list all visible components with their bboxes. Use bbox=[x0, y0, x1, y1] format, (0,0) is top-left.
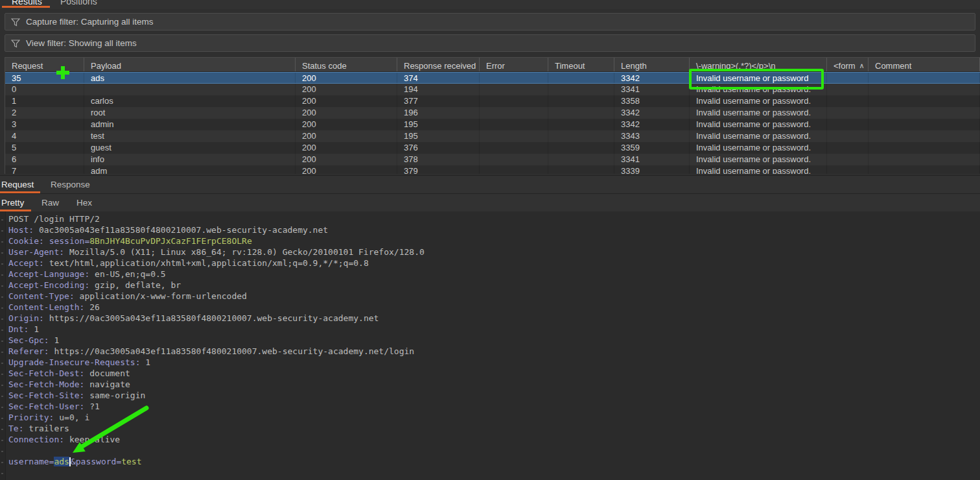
column-header[interactable]: Payload bbox=[84, 58, 296, 71]
result-cell: 200 bbox=[296, 95, 397, 107]
result-cell: 377 bbox=[397, 95, 480, 107]
result-row[interactable]: 4test2001953343Invalid username or passw… bbox=[5, 130, 980, 142]
result-cell: Invalid username or password. bbox=[690, 95, 827, 107]
capture-filter-label: Capture filter: Capturing all items bbox=[26, 17, 154, 27]
request-line: Cookie: session=8BnJHY4BcuPvDPJxCazF1FEr… bbox=[8, 236, 425, 247]
request-line: Content-Length: 26 bbox=[8, 302, 425, 313]
request-text-segment: text/html,application/xhtml+xml,applicat… bbox=[49, 258, 369, 268]
request-text-segment: Content-Type: bbox=[8, 291, 80, 301]
request-text-segment: ?1 bbox=[89, 402, 100, 411]
tab-hex[interactable]: Hex bbox=[76, 198, 92, 208]
column-header[interactable]: Response received bbox=[397, 58, 480, 71]
result-cell: 35 bbox=[5, 73, 84, 83]
result-row[interactable]: 5guest2003763359Invalid username or pass… bbox=[5, 142, 980, 154]
result-cell: Invalid username or password. bbox=[690, 154, 827, 165]
result-cell bbox=[548, 73, 614, 83]
request-text-segment: same-origin bbox=[89, 390, 145, 400]
column-header[interactable]: \-warning>(.*?)</p>\n bbox=[690, 58, 827, 71]
result-row[interactable]: 35ads2003743342Invalid username or passw… bbox=[5, 72, 980, 84]
results-table-header: RequestPayloadStatus codeResponse receiv… bbox=[5, 58, 980, 72]
result-cell bbox=[827, 154, 869, 165]
column-header[interactable]: Request bbox=[5, 58, 84, 71]
result-cell: 200 bbox=[296, 165, 397, 174]
view-filter-bar[interactable]: View filter: Showing all items bbox=[5, 34, 975, 52]
result-cell: 1 bbox=[5, 95, 84, 107]
result-cell bbox=[869, 107, 980, 119]
result-cell: 4 bbox=[5, 130, 84, 142]
result-cell bbox=[548, 142, 614, 154]
result-row[interactable]: 02001943341Invalid username or password. bbox=[5, 84, 980, 95]
column-header-label: Comment bbox=[875, 61, 911, 71]
result-cell: test bbox=[84, 130, 296, 142]
result-cell: admin bbox=[84, 119, 296, 130]
tab-pretty[interactable]: Pretty bbox=[1, 198, 24, 208]
result-row[interactable]: 2root2001963342Invalid username or passw… bbox=[5, 107, 980, 119]
result-cell bbox=[480, 165, 548, 174]
request-text-segment: u=0, i bbox=[59, 413, 89, 422]
result-cell bbox=[548, 165, 614, 174]
result-cell bbox=[548, 95, 614, 107]
column-header-label: <form bbox=[834, 61, 856, 71]
result-cell: Invalid username or password. bbox=[690, 119, 827, 130]
request-text-segment: keep-alive bbox=[69, 435, 120, 444]
column-header[interactable]: Length bbox=[614, 58, 690, 71]
result-cell: 3359 bbox=[614, 142, 690, 154]
request-line: User-Agent: Mozilla/5.0 (X11; Linux x86_… bbox=[8, 247, 425, 258]
result-cell: 3341 bbox=[614, 84, 690, 95]
column-header-label: \-warning>(.*?)</p>\n bbox=[696, 61, 775, 71]
editor-gutter bbox=[0, 211, 6, 480]
request-text-segment: document bbox=[89, 368, 130, 378]
result-row[interactable]: 3admin2001953342Invalid username or pass… bbox=[5, 119, 980, 130]
result-cell: Invalid username or password. bbox=[690, 165, 827, 174]
column-header-label: Response received bbox=[404, 61, 476, 71]
tab-positions[interactable]: Positions bbox=[60, 0, 97, 6]
column-header[interactable]: Error bbox=[480, 58, 548, 71]
request-text-segment: Host: bbox=[8, 225, 39, 235]
request-line: Connection: keep-alive bbox=[8, 435, 425, 446]
request-text-segment: test bbox=[121, 457, 141, 466]
result-cell: guest bbox=[84, 142, 296, 154]
result-cell bbox=[480, 84, 548, 95]
result-cell bbox=[548, 107, 614, 119]
column-header[interactable]: Timeout bbox=[548, 58, 614, 71]
result-cell bbox=[84, 84, 296, 95]
result-cell bbox=[869, 73, 980, 83]
result-cell: 2 bbox=[5, 107, 84, 119]
result-row[interactable]: 1carlos2003773358Invalid username or pas… bbox=[5, 95, 980, 107]
view-filter-label: View filter: Showing all items bbox=[26, 38, 137, 48]
result-cell: 5 bbox=[5, 142, 84, 154]
request-text-segment: trailers bbox=[29, 424, 69, 433]
result-cell: 3339 bbox=[614, 165, 690, 174]
tab-request[interactable]: Request bbox=[1, 180, 34, 189]
result-row[interactable]: 7adm2003793339Invalid username or passwo… bbox=[5, 165, 980, 174]
column-header[interactable]: Comment bbox=[869, 58, 980, 71]
result-cell: 200 bbox=[296, 84, 397, 95]
result-cell: Invalid username or password. bbox=[690, 142, 827, 154]
tab-response[interactable]: Response bbox=[51, 180, 90, 189]
request-line: Accept-Language: en-US,en;q=0.5 bbox=[8, 269, 425, 280]
column-header-label: Request bbox=[12, 61, 43, 71]
result-cell bbox=[480, 95, 548, 107]
tab-raw[interactable]: Raw bbox=[41, 198, 59, 208]
result-cell: 374 bbox=[397, 73, 480, 83]
request-text-segment: Priority: bbox=[8, 413, 59, 422]
message-editor-tabs: Request Response bbox=[0, 175, 980, 193]
request-editor[interactable]: POST /login HTTP/2Host: 0ac3005a043ef11a… bbox=[0, 211, 980, 480]
request-line: Accept: text/html,application/xhtml+xml,… bbox=[8, 258, 425, 269]
request-text-segment: 26 bbox=[89, 302, 100, 312]
result-cell: 7 bbox=[5, 165, 84, 174]
result-row[interactable]: 6info2003783341Invalid username or passw… bbox=[5, 154, 980, 165]
column-header[interactable]: <form∧ bbox=[827, 58, 869, 71]
request-text-segment: Sec-Fetch-User: bbox=[8, 402, 89, 411]
result-cell: 196 bbox=[397, 107, 480, 119]
intruder-attack-tabs: Results Positions bbox=[0, 0, 980, 9]
result-cell: 194 bbox=[397, 84, 480, 95]
request-line: Accept-Encoding: gzip, deflate, br bbox=[8, 280, 425, 291]
result-cell: 6 bbox=[5, 154, 84, 165]
result-cell: Invalid username or password. bbox=[690, 84, 827, 95]
capture-filter-bar[interactable]: Capture filter: Capturing all items bbox=[5, 13, 975, 30]
request-text-segment: Dnt: bbox=[8, 324, 34, 334]
result-cell bbox=[827, 107, 869, 119]
column-header[interactable]: Status code bbox=[296, 58, 397, 71]
request-text-segment: Connection: bbox=[8, 435, 69, 444]
